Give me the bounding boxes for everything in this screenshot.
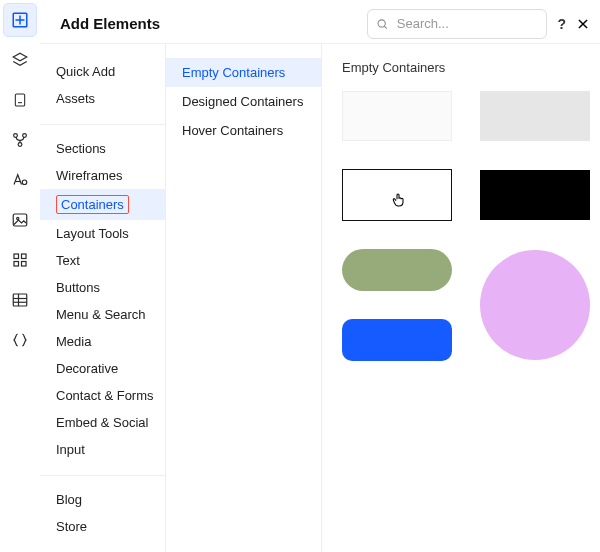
svg-point-8 — [18, 143, 22, 147]
category-list: Quick Add Assets Sections Wireframes Con… — [40, 44, 166, 552]
icon-rail — [0, 0, 40, 552]
section-title: Empty Containers — [342, 60, 580, 75]
apps-icon — [11, 251, 29, 269]
svg-rect-4 — [15, 94, 24, 106]
app-root: Add Elements ? Quick Add Assets — [0, 0, 600, 552]
container-black-box[interactable] — [480, 170, 590, 220]
rail-connections[interactable] — [4, 124, 36, 156]
image-icon — [11, 211, 29, 229]
svg-rect-14 — [14, 254, 19, 259]
rail-cms[interactable] — [4, 284, 36, 316]
cat-contact-forms[interactable]: Contact & Forms — [40, 382, 165, 409]
close-button[interactable] — [576, 17, 590, 31]
svg-rect-16 — [14, 262, 19, 267]
panel-body: Quick Add Assets Sections Wireframes Con… — [40, 44, 600, 552]
cat-layout-tools[interactable]: Layout Tools — [40, 220, 165, 247]
cat-sections[interactable]: Sections — [40, 135, 165, 162]
svg-point-7 — [22, 134, 26, 138]
container-light-box[interactable] — [342, 91, 452, 141]
rail-styles[interactable] — [4, 164, 36, 196]
cat-embed-social[interactable]: Embed & Social — [40, 409, 165, 436]
braces-icon — [11, 331, 29, 349]
topbar: Add Elements ? — [40, 0, 600, 44]
rail-media[interactable] — [4, 204, 36, 236]
cat-quick-add[interactable]: Quick Add — [40, 58, 165, 85]
search-input[interactable] — [395, 15, 539, 32]
rail-apps[interactable] — [4, 244, 36, 276]
subcategory-list: Empty Containers Designed Containers Hov… — [166, 44, 322, 552]
cat-assets[interactable]: Assets — [40, 85, 165, 112]
svg-marker-3 — [13, 53, 27, 61]
rail-layers[interactable] — [4, 44, 36, 76]
branch-icon — [11, 131, 29, 149]
container-purple-circle[interactable] — [480, 250, 590, 360]
svg-rect-12 — [13, 214, 27, 226]
cat-store[interactable]: Store — [40, 513, 165, 540]
rail-pages[interactable] — [4, 84, 36, 116]
text-style-icon — [11, 171, 29, 189]
cat-media[interactable]: Media — [40, 328, 165, 355]
cat-text[interactable]: Text — [40, 247, 165, 274]
table-icon — [11, 291, 29, 309]
cat-containers[interactable]: Containers — [40, 189, 165, 220]
sub-empty-containers[interactable]: Empty Containers — [166, 58, 321, 87]
pointer-cursor-icon — [391, 191, 407, 209]
help-button[interactable]: ? — [557, 16, 566, 32]
container-blue-round[interactable] — [342, 319, 452, 361]
close-icon — [576, 17, 590, 31]
rail-dev[interactable] — [4, 324, 36, 356]
cat-menu-search[interactable]: Menu & Search — [40, 301, 165, 328]
container-grey-box[interactable] — [480, 91, 590, 141]
search-icon — [376, 17, 388, 31]
container-green-pill[interactable] — [342, 249, 452, 291]
search-field[interactable] — [367, 9, 547, 39]
cat-decorative[interactable]: Decorative — [40, 355, 165, 382]
cat-buttons[interactable]: Buttons — [40, 274, 165, 301]
container-outline-box[interactable] — [342, 169, 452, 221]
preview-area: Empty Containers — [322, 44, 600, 552]
main: Add Elements ? Quick Add Assets — [40, 0, 600, 552]
page-icon — [12, 91, 28, 109]
svg-rect-15 — [21, 254, 26, 259]
panel-title: Add Elements — [60, 15, 160, 32]
cat-blog[interactable]: Blog — [40, 486, 165, 513]
rail-add-elements[interactable] — [4, 4, 36, 36]
cat-input[interactable]: Input — [40, 436, 165, 463]
preview-grid — [342, 91, 580, 361]
layers-icon — [11, 51, 29, 69]
svg-rect-17 — [21, 262, 26, 267]
svg-line-23 — [385, 26, 388, 29]
svg-point-6 — [13, 134, 17, 138]
plus-grid-icon — [11, 11, 29, 29]
cat-wireframes[interactable]: Wireframes — [40, 162, 165, 189]
svg-rect-18 — [13, 294, 27, 306]
svg-point-22 — [379, 19, 386, 26]
sub-designed-containers[interactable]: Designed Containers — [166, 87, 321, 116]
svg-point-11 — [22, 180, 27, 185]
sub-hover-containers[interactable]: Hover Containers — [166, 116, 321, 145]
